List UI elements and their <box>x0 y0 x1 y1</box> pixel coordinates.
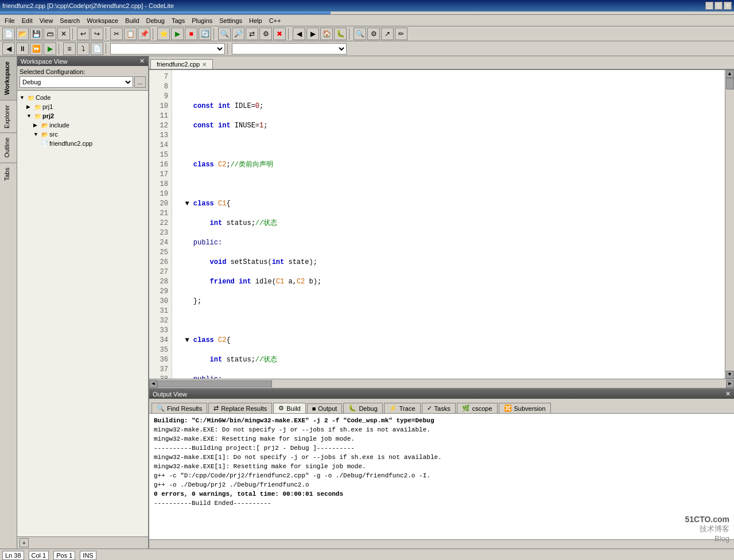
menu-help[interactable]: Help <box>246 16 266 25</box>
editor-tab-friendfunc2[interactable]: friendfunc2.cpp ✕ <box>150 59 213 69</box>
refresh-button[interactable]: 🔄 <box>199 28 211 40</box>
stop-button[interactable]: ■ <box>185 28 197 40</box>
tree-item-prj2[interactable]: ▼ 📁 prj2 <box>20 111 146 120</box>
menu-tags[interactable]: Tags <box>168 16 188 25</box>
code-line-19 <box>177 316 720 326</box>
scroll-thumb[interactable] <box>726 78 734 90</box>
find-btn[interactable]: 🔎 <box>232 28 244 40</box>
tb2-indent[interactable]: ≡ <box>63 42 76 55</box>
tab-outline[interactable]: Outline <box>0 133 17 162</box>
save-button[interactable]: 💾 <box>30 28 42 40</box>
minimize-button[interactable]: _ <box>705 2 713 10</box>
back-btn[interactable]: ◀ <box>293 28 305 40</box>
tb2-btn3[interactable]: ⏩ <box>30 42 42 55</box>
output-tab-build[interactable]: ⚙ Build <box>273 403 305 413</box>
menu-file[interactable]: File <box>1 16 18 25</box>
tree-item-src[interactable]: ▼ 📂 src <box>20 130 146 139</box>
menu-workspace[interactable]: Workspace <box>83 16 122 25</box>
tb2-play[interactable]: ▶ <box>44 42 56 55</box>
cut-button[interactable]: ✂ <box>110 28 123 40</box>
undo-button[interactable]: ↩ <box>77 28 90 40</box>
sep8 <box>106 43 108 55</box>
copy-button[interactable]: 📋 <box>124 28 137 40</box>
tree-item-code[interactable]: ▼ 📁 Code <box>20 93 146 102</box>
editor-tabs: friendfunc2.cpp ✕ <box>149 56 734 70</box>
workspace-dropdown[interactable] <box>110 43 225 55</box>
search-btn[interactable]: 🔍 <box>218 28 231 40</box>
tb2-step[interactable]: ⤵ <box>77 42 90 55</box>
redo-button[interactable]: ↪ <box>91 28 103 40</box>
scroll-up-arrow[interactable]: ▲ <box>726 70 734 78</box>
scroll-right-arrow[interactable]: ▶ <box>726 380 734 388</box>
menu-build[interactable]: Build <box>122 16 142 25</box>
menu-edit[interactable]: Edit <box>18 16 36 25</box>
close-button[interactable]: × <box>724 2 732 10</box>
zoom-in-btn[interactable]: 🔍 <box>354 28 366 40</box>
expand-include[interactable]: ▶ <box>33 122 40 128</box>
menu-view[interactable]: View <box>36 16 57 25</box>
extra1-btn[interactable]: ↗ <box>381 28 394 40</box>
output-tab-find[interactable]: 🔍 Find Results <box>152 403 207 413</box>
expand-prj2[interactable]: ▼ <box>26 113 33 119</box>
workspace-close-icon[interactable]: ✕ <box>139 57 145 65</box>
output-tab-tasks[interactable]: ✓ Tasks <box>422 403 456 413</box>
output-tab-output[interactable]: ■ Output <box>307 403 343 413</box>
save-all-button[interactable]: 🗃 <box>44 28 56 40</box>
output-tab-debug[interactable]: 🐛 Debug <box>343 403 382 413</box>
menu-settings[interactable]: Settings <box>216 16 246 25</box>
replace-btn[interactable]: ⇄ <box>246 28 258 40</box>
h-scroll-thumb[interactable] <box>157 380 272 387</box>
open-button[interactable]: 📂 <box>16 28 29 40</box>
code-content[interactable]: const int IDLE=0; const int INUSE=1; cla… <box>172 70 725 379</box>
extra2-btn[interactable]: ✏ <box>395 28 407 40</box>
debug-btn[interactable]: 🐛 <box>334 28 347 40</box>
maximize-button[interactable]: □ <box>714 2 723 10</box>
bookmark-button[interactable]: ⭐ <box>157 28 170 40</box>
tree-item-include[interactable]: ▶ 📂 include <box>20 120 146 130</box>
new-button[interactable]: 📄 <box>2 28 15 40</box>
expand-src[interactable]: ▼ <box>33 131 40 137</box>
tree-item-prj1[interactable]: ▶ 📁 prj1 <box>20 102 146 111</box>
cscope-icon: 🌿 <box>462 405 470 412</box>
menu-cpp[interactable]: C++ <box>266 16 285 25</box>
tree-item-friendfunc2[interactable]: 📄 friendfunc2.cpp <box>20 139 146 148</box>
run-button[interactable]: ▶ <box>171 28 184 40</box>
output-tab-replace[interactable]: ⇄ Replace Results <box>208 403 272 413</box>
cscope-label: cscope <box>472 405 492 412</box>
output-tab-cscope[interactable]: 🌿 cscope <box>457 403 498 413</box>
tb2-btn1[interactable]: ◀ <box>2 42 15 55</box>
scroll-down-arrow[interactable]: ▼ <box>726 371 734 379</box>
sep2 <box>106 28 108 40</box>
delete-btn[interactable]: ✖ <box>273 28 286 40</box>
output-tab-subversion[interactable]: 🔀 Subversion <box>499 403 551 413</box>
menu-plugins[interactable]: Plugins <box>188 16 216 25</box>
options-btn[interactable]: ⚙ <box>259 28 272 40</box>
config-edit-button[interactable]: ... <box>134 76 146 88</box>
tab-workspace[interactable]: Workspace <box>0 56 17 100</box>
paste-button[interactable]: 📌 <box>138 28 150 40</box>
output-h-scrollbar[interactable] <box>149 539 734 549</box>
status-col: Col 1 <box>29 551 49 560</box>
forward-btn[interactable]: ▶ <box>306 28 319 40</box>
output-tab-trace[interactable]: ⚡ Trace <box>384 403 421 413</box>
expand-code[interactable]: ▼ <box>20 95 26 100</box>
tb2-pause[interactable]: ⏸ <box>16 42 29 55</box>
add-item-button[interactable]: + <box>20 538 29 547</box>
code-scrollbar[interactable]: ▲ ▼ <box>725 70 734 379</box>
tb2-doc[interactable]: 📄 <box>91 42 103 55</box>
tab-tabs[interactable]: Tabs <box>0 162 17 185</box>
home-btn[interactable]: 🏠 <box>320 28 333 40</box>
code-h-scrollbar[interactable]: ◀ ▶ <box>149 379 734 388</box>
menu-debug[interactable]: Debug <box>143 16 168 25</box>
tab-explorer[interactable]: Explorer <box>0 100 17 133</box>
output-line-4: mingw32-make.EXE[1]: Do not specify -j o… <box>154 453 729 462</box>
config-select[interactable]: Debug Release <box>20 76 133 88</box>
expand-prj1[interactable]: ▶ <box>26 104 33 110</box>
config-btn[interactable]: ⚙ <box>367 28 380 40</box>
close-file-button[interactable]: ✕ <box>57 28 70 40</box>
scroll-left-arrow[interactable]: ◀ <box>149 380 157 388</box>
output-close-icon[interactable]: ✕ <box>725 390 731 398</box>
menu-search[interactable]: Search <box>56 16 83 25</box>
filter-dropdown[interactable] <box>232 43 347 55</box>
tab-close-icon[interactable]: ✕ <box>202 61 207 68</box>
